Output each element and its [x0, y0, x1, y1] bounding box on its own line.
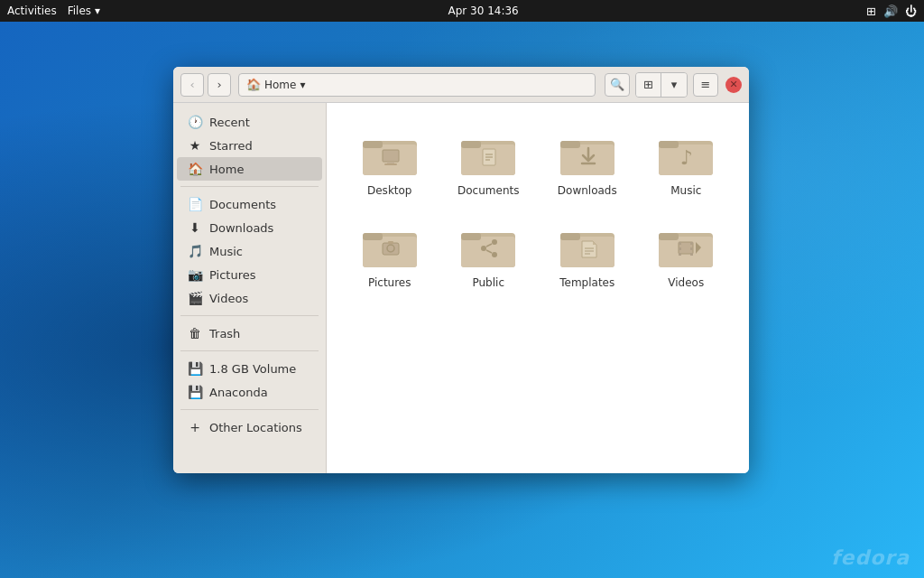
svg-rect-38 — [560, 233, 580, 240]
network-icon[interactable]: ⊞ — [866, 5, 876, 18]
view-toggle: ⊞ ▾ — [635, 72, 688, 98]
folder-downloads[interactable]: Downloads — [542, 121, 633, 204]
power-icon[interactable]: ⏻ — [905, 5, 917, 18]
sidebar-item-volume[interactable]: 💾 1.8 GB Volume — [177, 357, 322, 380]
videos-icon: 🎬 — [188, 291, 202, 305]
sidebar-item-videos[interactable]: 🎬 Videos — [177, 286, 322, 310]
file-manager-window: ‹ › 🏠 Home ▾ 🔍 ⊞ ▾ ≡ ✕ — [173, 67, 749, 473]
grid-icon: ⊞ — [643, 78, 653, 91]
menu-button[interactable]: ≡ — [693, 73, 718, 97]
templates-folder-icon — [559, 220, 616, 271]
music-icon: 🎵 — [188, 244, 202, 258]
videos-label: Videos — [668, 276, 704, 289]
starred-icon: ★ — [188, 138, 202, 153]
svg-rect-46 — [659, 233, 679, 240]
other-locations-icon: + — [188, 420, 202, 434]
grid-view-button[interactable]: ⊞ — [636, 73, 661, 97]
sidebar-item-pictures[interactable]: 📷 Pictures — [177, 263, 322, 286]
topbar: Activities Files ▾ Apr 30 14:36 ⊞ 🔊 ⏻ — [0, 0, 924, 22]
trash-icon: 🗑 — [188, 326, 202, 340]
svg-rect-53 — [690, 247, 693, 250]
sidebar-item-starred[interactable]: ★ Starred — [177, 134, 322, 157]
svg-rect-50 — [679, 247, 681, 250]
sidebar-item-label: Music — [209, 245, 243, 258]
topbar-right: ⊞ 🔊 ⏻ — [866, 5, 917, 18]
sidebar-item-documents[interactable]: 📄 Documents — [177, 192, 322, 216]
svg-rect-5 — [384, 163, 397, 165]
sidebar-item-label: 1.8 GB Volume — [209, 362, 296, 376]
sidebar-item-recent[interactable]: 🕐 Recent — [177, 110, 322, 134]
sidebar-divider-2 — [180, 315, 319, 316]
search-button[interactable]: 🔍 — [605, 73, 630, 97]
folder-pictures[interactable]: Pictures — [345, 213, 435, 296]
pictures-folder-icon — [361, 220, 419, 271]
sidebar-divider-3 — [180, 350, 319, 351]
svg-rect-52 — [690, 242, 693, 245]
svg-point-32 — [492, 239, 497, 245]
close-icon: ✕ — [729, 79, 737, 90]
close-button[interactable]: ✕ — [725, 77, 742, 93]
fm-main: 🕐 Recent ★ Starred 🏠 Home 📄 Documents ⬇ … — [173, 103, 749, 473]
list-view-button[interactable]: ▾ — [661, 73, 687, 97]
folder-videos[interactable]: Videos — [642, 213, 732, 296]
sidebar-item-home[interactable]: 🏠 Home — [177, 157, 322, 181]
home-icon: 🏠 — [188, 162, 202, 176]
public-folder-icon — [459, 220, 517, 271]
downloads-folder-icon — [559, 128, 616, 179]
documents-folder-icon — [459, 128, 517, 179]
back-icon: ‹ — [189, 78, 194, 91]
home-location-icon: 🏠 — [246, 78, 261, 91]
volume-icon[interactable]: 🔊 — [883, 5, 898, 18]
folder-templates[interactable]: Templates — [542, 213, 633, 296]
music-folder-icon: ♪ — [657, 128, 715, 179]
documents-label: Documents — [457, 184, 519, 197]
sidebar-item-music[interactable]: 🎵 Music — [177, 239, 322, 263]
svg-rect-2 — [363, 141, 383, 148]
recent-icon: 🕐 — [188, 115, 202, 129]
svg-rect-51 — [679, 253, 681, 256]
folder-documents[interactable]: Documents — [444, 121, 534, 204]
sidebar-divider-1 — [180, 186, 319, 187]
documents-icon: 📄 — [188, 197, 202, 211]
file-content-area: Desktop Documents — [327, 103, 749, 473]
folder-desktop[interactable]: Desktop — [345, 121, 435, 204]
pictures-label: Pictures — [368, 276, 411, 289]
sidebar-item-label: Anaconda — [209, 386, 268, 399]
downloads-icon: ⬇ — [188, 220, 202, 235]
sidebar-item-label: Trash — [209, 327, 240, 340]
sidebar-item-trash[interactable]: 🗑 Trash — [177, 322, 322, 345]
sidebar-item-label: Home — [209, 163, 244, 176]
svg-rect-3 — [383, 150, 399, 162]
svg-point-31 — [481, 246, 486, 251]
sidebar-item-downloads[interactable]: ⬇ Downloads — [177, 216, 322, 239]
pictures-icon: 📷 — [188, 267, 202, 282]
folder-music[interactable]: ♪ Music — [642, 121, 732, 204]
sidebar-item-other-locations[interactable]: + Other Locations — [177, 415, 322, 439]
titlebar: ‹ › 🏠 Home ▾ 🔍 ⊞ ▾ ≡ ✕ — [173, 67, 749, 103]
sidebar-item-label: Starred — [209, 139, 253, 153]
menu-icon: ≡ — [701, 78, 711, 91]
folder-public[interactable]: Public — [444, 213, 534, 296]
svg-rect-29 — [461, 237, 515, 267]
svg-rect-54 — [690, 253, 693, 256]
sidebar-divider-4 — [180, 409, 319, 410]
sidebar-item-label: Pictures — [209, 268, 255, 282]
location-bar[interactable]: 🏠 Home ▾ — [238, 73, 596, 97]
files-label: Files — [68, 5, 91, 17]
back-button[interactable]: ‹ — [180, 73, 204, 97]
music-label: Music — [670, 184, 701, 197]
forward-button[interactable]: › — [208, 73, 231, 97]
sidebar: 🕐 Recent ★ Starred 🏠 Home 📄 Documents ⬇ … — [173, 103, 327, 473]
svg-rect-30 — [461, 233, 481, 240]
location-text: Home — [264, 79, 296, 91]
sidebar-item-label: Videos — [209, 292, 248, 305]
activities-button[interactable]: Activities — [7, 5, 57, 17]
sidebar-item-anaconda[interactable]: 💾 Anaconda — [177, 380, 322, 404]
fedora-watermark: fedora — [831, 546, 910, 569]
svg-rect-20 — [659, 141, 679, 148]
sidebar-item-label: Documents — [209, 198, 276, 211]
downloads-label: Downloads — [558, 184, 617, 197]
desktop-label: Desktop — [367, 184, 412, 197]
videos-folder-icon — [657, 220, 715, 271]
files-menu[interactable]: Files ▾ — [68, 5, 100, 17]
